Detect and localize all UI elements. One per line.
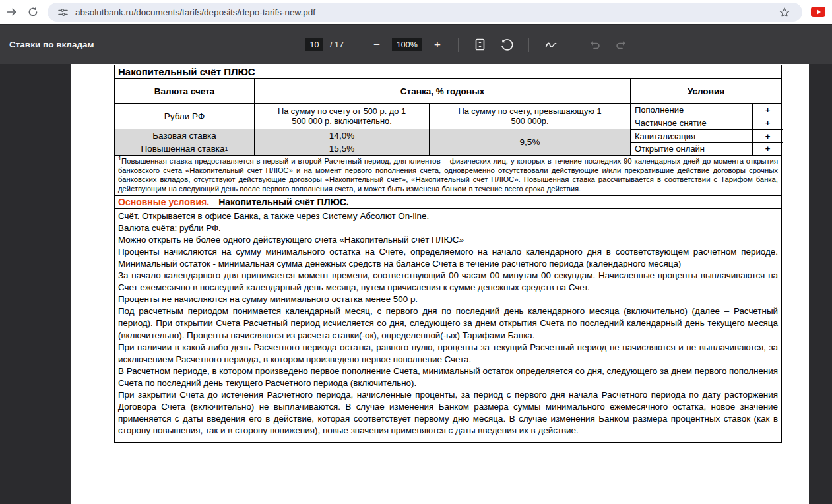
over-limit-rate-value: 9,5%	[430, 129, 631, 155]
pdf-controls: / 17 − 100% +	[305, 25, 631, 64]
tariff-table: Накопительный счёт ПЛЮС Валюта счета Ста…	[114, 65, 782, 443]
site-info-icon[interactable]	[53, 4, 73, 21]
browser-toolbar: absolutbank.ru/documents/tarifs/deposits…	[0, 0, 832, 24]
header-conditions: Условия	[631, 79, 781, 103]
pdf-toolbar: Ставки по вкладам / 17 − 100% +	[0, 25, 832, 64]
base-rate-value: 14,0%	[255, 129, 430, 142]
increased-rate-value: 15,5%	[255, 142, 430, 155]
header-rate: Ставка, % годовых	[255, 79, 631, 103]
address-bar[interactable]: absolutbank.ru/documents/tarifs/deposits…	[48, 3, 802, 22]
condition-label: Частичное снятие	[631, 117, 753, 130]
redo-icon	[612, 35, 631, 55]
terms-paragraph: При наличии в какой-либо день Расчетного…	[118, 342, 778, 365]
pdf-page: Накопительный счёт ПЛЮС Валюта счета Ста…	[71, 64, 809, 504]
zoom-in-button[interactable]: +	[429, 36, 446, 53]
table-header-row: Валюта счета Ставка, % годовых Условия	[115, 79, 781, 104]
condition-label: Пополнение	[631, 104, 753, 117]
terms-paragraph: Проценты не начисляются на сумму минимал…	[118, 294, 778, 305]
bookmark-star-icon[interactable]	[775, 4, 794, 21]
condition-value: +	[753, 117, 783, 130]
condition-label: Открытие онлайн	[631, 142, 753, 156]
fit-page-icon[interactable]	[470, 35, 490, 55]
play-icon	[817, 9, 821, 15]
terms-text: Счёт. Открывается в офисе Банка, а также…	[115, 209, 781, 443]
terms-paragraph: В Расчетном периоде, в котором произведе…	[118, 365, 778, 389]
condition-value: +	[753, 142, 783, 156]
terms-paragraph: Проценты начисляются на сумму минимально…	[118, 246, 778, 270]
table-title: Накопительный счёт ПЛЮС	[115, 65, 781, 79]
terms-paragraph: Счёт. Открывается в офисе Банка, а также…	[118, 210, 778, 222]
toolbar-divider	[573, 38, 573, 52]
base-rate-label: Базовая ставка	[115, 129, 255, 142]
tier2-cell: На сумму по счету, превышающую 1 500 000…	[430, 104, 631, 129]
zoom-level-input[interactable]: 100%	[392, 38, 422, 51]
header-currency: Валюта счета	[115, 79, 255, 103]
conditions-heading: Основные условия.Накопительный счёт ПЛЮС…	[115, 195, 781, 209]
terms-paragraph: За начало календарного дня принимается м…	[118, 270, 778, 294]
terms-paragraph: При закрытии Счета до истечения Расчетно…	[118, 389, 778, 437]
currency-cell: Рубли РФ	[115, 104, 255, 129]
page-number-input[interactable]	[305, 38, 323, 51]
increased-rate-label: Повышенная ставка1	[115, 142, 255, 155]
condition-value: +	[753, 129, 783, 142]
heading-black-text: Накопительный счёт ПЛЮС.	[218, 197, 349, 207]
tier1-cell: На сумму по счету от 500 р. до 1 500 000…	[255, 104, 430, 129]
table-body: Рубли РФ На сумму по счету от 500 р. до …	[115, 104, 781, 155]
url-text[interactable]: absolutbank.ru/documents/tarifs/deposits…	[75, 7, 775, 17]
increased-rate-text: Повышенная ставка	[141, 144, 224, 154]
condition-label: Капитализация	[631, 129, 753, 142]
terms-paragraph: Можно открыть не более одного действующе…	[118, 234, 778, 246]
footnote-text: Повышенная ставка предоставляется в перв…	[118, 157, 778, 193]
condition-value: +	[753, 104, 783, 117]
undo-icon	[585, 35, 605, 55]
conditions-grid: Пополнение + Частичное снятие + Капитали…	[631, 104, 783, 155]
footnote: 1Повышенная ставка предоставляется в пер…	[115, 155, 781, 195]
zoom-out-button[interactable]: −	[368, 36, 385, 53]
rates-grid: Рубли РФ На сумму по счету от 500 р. до …	[115, 104, 631, 155]
terms-paragraph: Под расчетным периодом понимается календ…	[118, 305, 778, 341]
page-count: / 17	[330, 40, 344, 49]
toolbar-divider	[458, 38, 459, 52]
forward-icon[interactable]	[3, 3, 21, 21]
rotate-icon[interactable]	[497, 35, 517, 55]
heading-red-text: Основные условия.	[118, 197, 209, 207]
document-title: Ставки по вкладам	[9, 25, 94, 64]
pdf-viewer-area[interactable]: Накопительный счёт ПЛЮС Валюта счета Ста…	[0, 64, 832, 504]
toolbar-divider	[356, 38, 356, 52]
terms-paragraph: Валюта счёта: рубли РФ.	[118, 222, 778, 234]
extension-icon[interactable]	[811, 7, 825, 17]
reload-icon[interactable]	[24, 3, 42, 21]
annotate-icon[interactable]	[541, 35, 561, 55]
toolbar-divider	[528, 38, 529, 52]
